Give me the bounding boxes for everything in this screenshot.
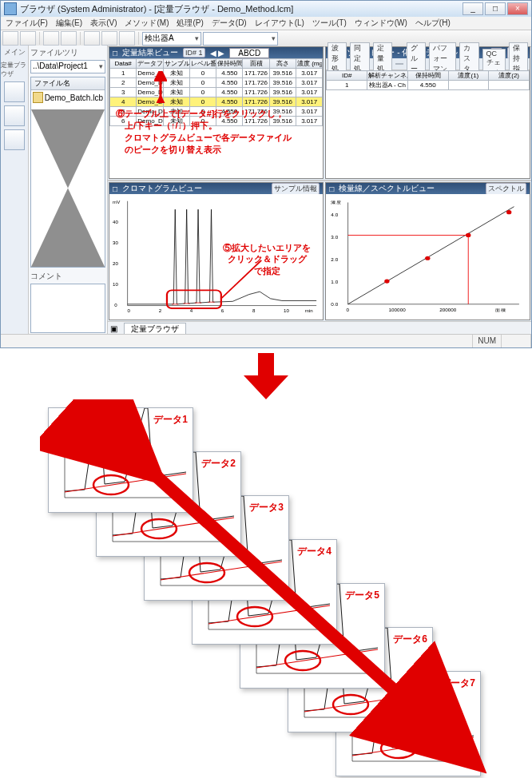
svg-text:100000: 100000 <box>389 308 406 312</box>
app-window: ブラウザ (System Administrator) - [定量ブラウザ - … <box>0 0 532 348</box>
thumbnail-label: データ4 <box>297 545 332 558</box>
filetree-panel: ファイルツリ ..\Data\Project1 ファイル名 Demo_Batch… <box>29 46 108 335</box>
titlebar[interactable]: ブラウザ (System Administrator) - [定量ブラウザ - … <box>1 1 531 17</box>
table-row[interactable]: 4Demo_Data-004.lcd未知04.550171.72639.5163… <box>110 97 323 107</box>
menu-layout[interactable]: レイアウト(L) <box>253 18 306 29</box>
cascade-area: データ7データ6データ5データ4データ3データ2データ1 <box>40 399 519 775</box>
detector-select[interactable]: 検出器A <box>142 32 201 46</box>
menu-tool[interactable]: ツール(T) <box>311 18 348 29</box>
menu-view[interactable]: 表示(V) <box>89 18 118 29</box>
project-path-select[interactable]: ..\Data\Project1 <box>30 60 105 73</box>
svg-text:3.0: 3.0 <box>332 235 339 239</box>
method-pane: □メソッドビュー - 化合物テーブル ⋯ 編集 波形処理同定処理定量処理グループ… <box>325 46 530 179</box>
chromatogram-pane-header[interactable]: □クロマトグラムビュー サンプル情報 <box>109 183 323 194</box>
chromatogram-pane-title: クロマトグラムビュー <box>122 183 202 194</box>
thumbnail-label: データ5 <box>345 589 379 602</box>
thumbnail-label: データ1 <box>153 413 188 427</box>
filetree-empty-pattern <box>31 109 105 267</box>
table-row[interactable]: 1Demo_Data-001.lcd未知04.550171.72639.5163… <box>110 69 323 78</box>
menu-window[interactable]: ウィンドウ(W) <box>353 18 409 29</box>
svg-text:面積: 面積 <box>496 308 506 312</box>
tool-print-icon[interactable] <box>43 31 59 46</box>
menu-process[interactable]: 処理(P) <box>175 18 204 29</box>
svg-text:40: 40 <box>113 220 118 224</box>
thumbnail: データ1 <box>48 407 193 513</box>
svg-text:30: 30 <box>113 240 118 244</box>
svg-text:20: 20 <box>113 261 118 265</box>
svg-text:200000: 200000 <box>440 308 457 312</box>
sample-info-tab[interactable]: サンプル情報 <box>272 183 320 195</box>
app-icon <box>4 2 17 15</box>
table-row[interactable]: 2Demo_Data-002.lcd未知04.550171.72639.5163… <box>110 78 323 88</box>
compound-select[interactable]: ABCD <box>229 48 269 58</box>
callout-5: ⑤拡大したいエリアを クリック＆ドラッグ で指定 <box>219 242 315 276</box>
svg-point-36 <box>425 256 430 260</box>
bottom-tab-strip[interactable]: ▣ 定量ブラウザ <box>108 321 531 335</box>
svg-text:mV: mV <box>113 200 120 204</box>
bottom-tab-quant[interactable]: 定量ブラウザ <box>124 323 186 335</box>
secondary-select[interactable] <box>203 32 278 46</box>
filetree[interactable]: ファイル名 Demo_Batch.lcb <box>30 77 105 268</box>
thumbnail-label: データ2 <box>201 457 236 470</box>
menubar[interactable]: ファイル(F) 編集(E) 表示(V) メソッド(M) 処理(P) データ(D)… <box>1 17 531 30</box>
window-title: ブラウザ (System Administrator) - [定量ブラウザ - … <box>20 3 293 15</box>
method-table[interactable]: ID#解析チャンネル保持時間濃度(1)濃度(2)1検出器A - Ch4.550 <box>326 70 530 90</box>
svg-text:10: 10 <box>113 283 118 287</box>
comment-label: コメント <box>29 269 107 282</box>
menu-help[interactable]: ヘルプ(H) <box>414 18 452 29</box>
svg-text:6: 6 <box>221 309 224 313</box>
palette-item-1-icon[interactable] <box>4 81 25 102</box>
method-tab[interactable] <box>395 63 403 65</box>
svg-point-38 <box>506 210 511 214</box>
svg-text:0: 0 <box>114 304 117 308</box>
palette-item-3-icon[interactable] <box>4 129 25 150</box>
left-browser-label: 定量ブラウザ <box>1 61 28 78</box>
close-button[interactable]: × <box>507 2 528 15</box>
statusbar: NUM <box>1 334 531 347</box>
svg-text:10: 10 <box>284 309 289 313</box>
table-row[interactable]: 3Demo_Data-003.lcd未知04.550171.72639.5163… <box>110 88 323 97</box>
calibration-pane-header[interactable]: □検量線／スペクトルビュー スペクトル <box>326 183 530 194</box>
menu-file[interactable]: ファイル(F) <box>4 18 50 29</box>
tool-lock-icon[interactable] <box>84 31 100 46</box>
table-row[interactable]: 1検出器A - Ch4.550 <box>327 81 530 90</box>
results-pane-title: 定量結果ビュー <box>122 47 178 58</box>
results-pane-header[interactable]: □定量結果ビュー ID# 1 ◀ ▶ ABCD <box>109 47 323 58</box>
calibration-pane-title: 検量線／スペクトルビュー <box>339 183 435 194</box>
tool-unknown-icon[interactable] <box>101 31 117 46</box>
results-id-label: ID# 1 <box>183 48 205 58</box>
svg-marker-1 <box>31 189 105 268</box>
left-palette-label: メイン <box>4 47 26 58</box>
svg-text:8: 8 <box>252 309 255 313</box>
chromatogram-pane: □クロマトグラムビュー サンプル情報 検出器A:254nm Max Intens… <box>109 182 324 320</box>
comment-box[interactable] <box>30 284 105 333</box>
spectrum-tab[interactable]: スペクトル <box>486 183 526 195</box>
batch-file-icon <box>33 92 43 103</box>
menu-method[interactable]: メソッド(M) <box>123 18 170 29</box>
filetree-item[interactable]: Demo_Batch.lcb <box>31 90 105 105</box>
thumbnail-label: データ6 <box>393 633 427 646</box>
big-down-arrow-icon <box>242 353 290 399</box>
minimize-button[interactable]: _ <box>463 2 483 15</box>
results-pane: □定量結果ビュー ID# 1 ◀ ▶ ABCD Data#データファイル名サンプ… <box>109 46 324 179</box>
callout-6: ⑥テーブル上で[データ#]行をクリックし， 上/下キー（↑/↓）押下。 クロマト… <box>116 108 316 155</box>
tool-open-icon[interactable] <box>2 31 18 46</box>
svg-point-35 <box>385 279 390 283</box>
svg-text:濃度: 濃度 <box>332 200 342 204</box>
svg-marker-0 <box>31 109 105 189</box>
palette-item-2-icon[interactable] <box>4 105 25 126</box>
maximize-button[interactable]: □ <box>485 2 506 15</box>
menu-edit[interactable]: 編集(E) <box>54 18 84 29</box>
tool-help-icon[interactable] <box>119 31 135 46</box>
method-tab-strip[interactable]: 波形処理同定処理定量処理グループパフォーマンスカスタムQCチェック保持指標 <box>326 58 530 70</box>
calibration-chart[interactable]: Y = 1.7698e−005x − 0.00557636 r² = 0.999… <box>326 194 530 320</box>
calibration-pane: □検量線／スペクトルビュー スペクトル Y = 1.7698e−005x − 0… <box>325 182 530 320</box>
tool-preview-icon[interactable] <box>61 31 77 46</box>
svg-text:4.0: 4.0 <box>332 212 339 216</box>
svg-text:0: 0 <box>128 309 130 313</box>
tool-save-icon[interactable] <box>20 31 36 46</box>
svg-text:1.0: 1.0 <box>332 280 339 284</box>
chromatogram-chart[interactable]: 検出器A:254nm Max Intensity : 40.599 Time 2… <box>109 194 323 320</box>
menu-data[interactable]: データ(D) <box>210 18 248 29</box>
filetree-header: ファイル名 <box>31 77 105 90</box>
